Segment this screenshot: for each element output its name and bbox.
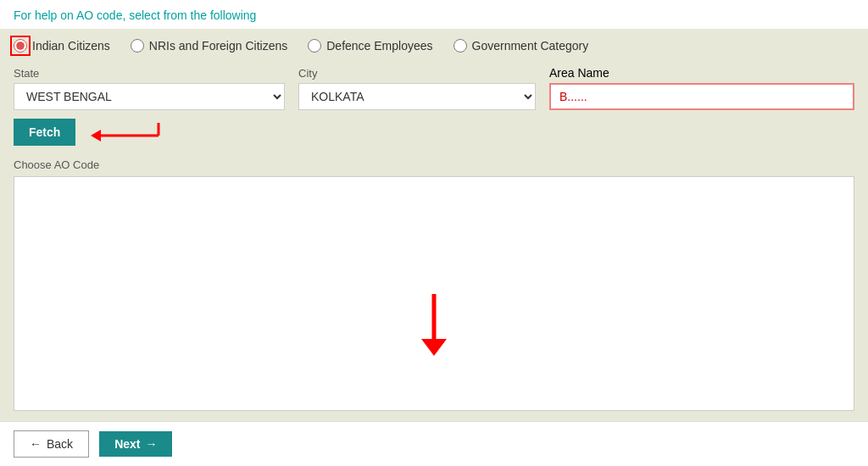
next-button[interactable]: Next → xyxy=(99,431,172,457)
page-wrapper: For help on AO code, select from the fol… xyxy=(0,0,868,466)
city-select[interactable]: KOLKATA xyxy=(298,83,536,110)
radio-group: Indian Citizens NRIs and Foreign Citizen… xyxy=(14,39,854,53)
fetch-arrow-annotation xyxy=(82,119,167,155)
state-group: State WEST BENGAL xyxy=(14,67,285,110)
content-area xyxy=(14,176,854,411)
area-name-input[interactable] xyxy=(549,83,854,110)
state-label: State xyxy=(14,67,285,80)
back-label: Back xyxy=(47,437,73,451)
city-label: City xyxy=(298,67,536,80)
city-group: City KOLKATA xyxy=(298,67,536,110)
radio-nris-foreign[interactable]: NRIs and Foreign Citizens xyxy=(131,39,287,53)
radio-indian-citizens[interactable]: Indian Citizens xyxy=(14,39,110,53)
fetch-row: Fetch xyxy=(14,119,854,155)
radio-defence-employees[interactable]: Defence Employees xyxy=(308,39,432,53)
choose-ao-label: Choose AO Code xyxy=(14,158,854,171)
back-arrow-icon: ← xyxy=(30,437,42,451)
radio-label-government-category: Government Category xyxy=(472,39,589,53)
fetch-button[interactable]: Fetch xyxy=(14,119,75,146)
help-text-content: For help on AO code, select from the fol… xyxy=(14,8,256,22)
area-name-group: Area Name xyxy=(549,66,854,110)
next-arrow-icon: → xyxy=(145,437,157,451)
radio-label-indian-citizens: Indian Citizens xyxy=(32,39,110,53)
svg-marker-1 xyxy=(91,130,101,141)
state-select[interactable]: WEST BENGAL xyxy=(14,83,285,110)
bottom-bar: ← Back Next → xyxy=(0,421,868,466)
form-row: State WEST BENGAL City KOLKATA Area Name xyxy=(14,66,854,110)
radio-label-defence-employees: Defence Employees xyxy=(326,39,432,53)
next-label: Next xyxy=(114,437,140,451)
area-name-label: Area Name xyxy=(549,66,854,80)
main-panel: Indian Citizens NRIs and Foreign Citizen… xyxy=(0,29,868,421)
red-left-arrow-icon xyxy=(82,119,167,153)
help-text: For help on AO code, select from the fol… xyxy=(0,0,868,29)
back-button[interactable]: ← Back xyxy=(14,430,89,458)
radio-government-category[interactable]: Government Category xyxy=(453,39,589,53)
radio-label-nris-foreign: NRIs and Foreign Citizens xyxy=(149,39,287,53)
ao-code-list[interactable] xyxy=(14,176,854,411)
